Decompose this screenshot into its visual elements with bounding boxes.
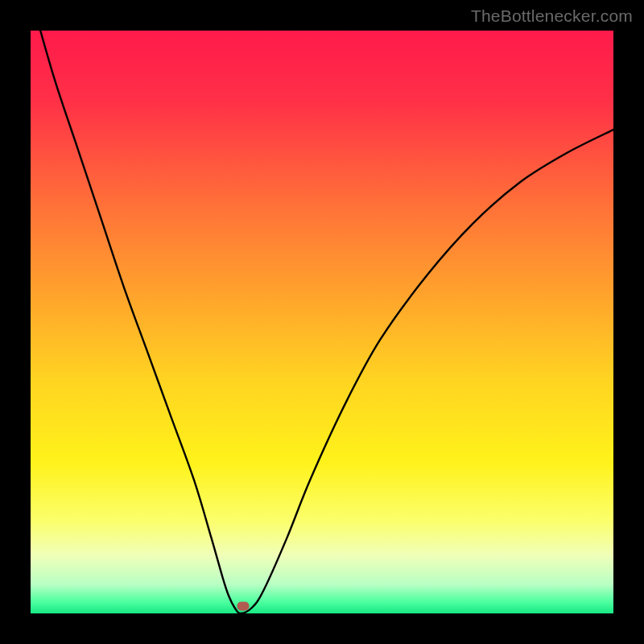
background-gradient	[31, 31, 613, 613]
plot-area	[31, 31, 613, 613]
bottleneck-marker	[237, 601, 250, 610]
chart-frame: TheBottlenecker.com	[0, 0, 644, 644]
svg-rect-0	[31, 31, 613, 613]
watermark-text: TheBottlenecker.com	[471, 6, 633, 26]
